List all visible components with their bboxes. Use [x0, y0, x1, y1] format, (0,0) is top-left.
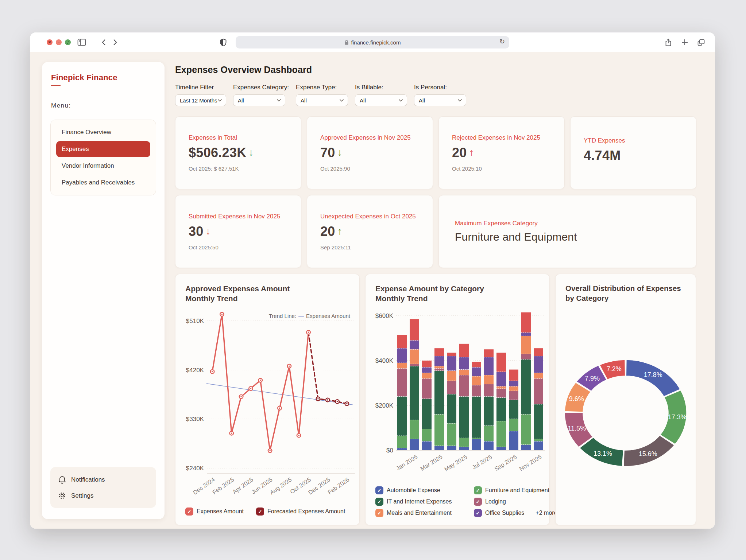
brand-logo: Finepick Finance	[42, 62, 165, 82]
bell-icon	[58, 475, 66, 484]
is-billable-group: Is Billable:All	[355, 84, 407, 106]
legend-item-expenses-amount: ✓Expenses Amount	[185, 508, 244, 516]
expenses-category-group: Expenses Category:All	[233, 84, 289, 106]
new-tab-button[interactable]	[680, 38, 690, 47]
filter-label: Expenses Category:	[233, 84, 289, 91]
chevron-down-icon	[457, 99, 462, 102]
tab-overview-button[interactable]	[696, 38, 706, 47]
select-value: All	[360, 97, 366, 104]
trend-down-arrow-icon: ↓	[249, 147, 254, 158]
bar-chart-legend: ✓Automobile Expense✓Furniture and Equipm…	[375, 486, 557, 517]
svg-text:Jan 2025: Jan 2025	[395, 454, 419, 471]
expense-type-select[interactable]: All	[296, 94, 348, 106]
chevron-right-icon	[113, 39, 117, 46]
chart-title: Approved Expenses Amount Monthly Trend	[185, 284, 306, 304]
line-chart-legend: ✓Expenses Amount✓Forecasted Expenses Amo…	[185, 508, 345, 516]
svg-text:$510K: $510K	[186, 318, 204, 324]
svg-text:$330K: $330K	[186, 416, 204, 423]
sidebar-item-notifications[interactable]: Notifications	[53, 471, 153, 488]
kpi-card-submitted-expenses-in-nov-2025: Submitted Expenses in Nov 202530↓Oct 202…	[175, 195, 301, 268]
is-personal-select[interactable]: All	[414, 94, 466, 106]
legend-label: Office Supplies	[485, 510, 524, 516]
legend-item-forecasted-expenses-amount: ✓Forecasted Expenses Amount	[256, 508, 345, 516]
svg-text:9.6%: 9.6%	[569, 395, 584, 402]
stacked-bar-chart: $600K$400K$200K$0Jan 2025Mar 2025May 202…	[366, 311, 550, 482]
chevron-down-icon	[398, 99, 403, 102]
sidebar-item-vendor-information[interactable]: Vendor Information	[56, 158, 150, 174]
legend-checkbox-icon[interactable]: ✓	[256, 508, 264, 516]
chevron-down-icon	[217, 99, 222, 102]
svg-text:Feb 2025: Feb 2025	[211, 476, 235, 495]
legend-item-lodging: ✓Lodging	[474, 498, 557, 506]
legend-checkbox-icon[interactable]: ✓	[185, 508, 193, 516]
sidebar-item-finance-overview[interactable]: Finance Overview	[56, 124, 150, 140]
kpi-title: Submitted Expenses in Nov 2025	[189, 213, 288, 220]
donut-chart-card: Overall Distribution of Expenses by Cate…	[555, 274, 696, 525]
filter-label: Is Personal:	[414, 84, 466, 91]
kpi-title: Unexpected Expenses in Oct 2025	[320, 213, 420, 220]
trend-up-arrow-icon: ↑	[469, 147, 474, 158]
expenses-category-select[interactable]: All	[233, 94, 285, 106]
chevron-left-icon	[102, 39, 106, 46]
share-icon	[665, 39, 672, 46]
back-button[interactable]	[98, 38, 109, 47]
legend-label: Lodging	[485, 498, 506, 505]
legend-item-office-supplies: ✓Office Supplies+2 more	[474, 509, 557, 517]
is-billable-select[interactable]: All	[355, 94, 407, 106]
svg-text:7.9%: 7.9%	[585, 375, 600, 382]
close-button[interactable]: ✕	[47, 39, 53, 45]
svg-text:Jul 2025: Jul 2025	[471, 454, 493, 471]
legend-checkbox-icon[interactable]: ✓	[474, 486, 482, 494]
kpi-value-row: 70↓	[320, 145, 420, 160]
svg-text:Feb 2026: Feb 2026	[326, 476, 350, 495]
select-value: All	[419, 97, 425, 104]
share-button[interactable]	[663, 38, 673, 47]
svg-text:$0: $0	[386, 447, 393, 454]
sidebar-item-expenses[interactable]: Expenses	[56, 141, 150, 157]
kpi-value: 20	[452, 145, 467, 160]
sidebar: Finepick Finance Menu: Finance OverviewE…	[42, 62, 165, 519]
shield-icon	[220, 39, 227, 46]
zoom-button[interactable]	[65, 39, 71, 45]
chart-title: Expense Amount by Category Monthly Trend	[375, 284, 496, 304]
legend-item-automobile-expense: ✓Automobile Expense	[375, 486, 467, 494]
kpi-title: Maximum Expenses Category	[455, 220, 680, 227]
app-content: Finepick Finance Menu: Finance OverviewE…	[30, 52, 715, 529]
kpi-subtext: Sep 2025:11	[320, 244, 420, 250]
sidebar-footer: Notifications Settings	[50, 467, 156, 508]
fullscreen-icon	[66, 41, 70, 44]
max-category-value: Furniture and Equipment	[455, 231, 680, 243]
svg-text:Dec 2025: Dec 2025	[307, 476, 331, 495]
refresh-icon[interactable]: ↻	[499, 38, 505, 46]
address-bar[interactable]: finance.finepick.com ↻	[236, 36, 509, 48]
legend-checkbox-icon[interactable]: ✓	[375, 509, 383, 517]
select-value: Last 12 Months	[180, 97, 217, 104]
brand-underline	[51, 85, 61, 86]
sidebar-item-settings[interactable]: Settings	[53, 488, 153, 503]
line-chart: $510K$420K$330K$240KDec 2024Feb 2025Apr …	[175, 311, 360, 493]
legend-checkbox-icon[interactable]: ✓	[474, 509, 482, 517]
trend-down-arrow-icon: ↓	[206, 226, 211, 237]
legend-label: Furniture and Equipment	[485, 487, 549, 494]
footer-item-label: Notifications	[71, 476, 105, 483]
forward-button[interactable]	[110, 38, 120, 47]
sidebar-item-payables-and-receivables[interactable]: Payables and Receivables	[56, 175, 150, 191]
legend-checkbox-icon[interactable]: ✓	[474, 498, 482, 506]
legend-checkbox-icon[interactable]: ✓	[375, 486, 383, 494]
line-chart-card: Approved Expenses Amount Monthly Trend T…	[175, 274, 360, 525]
select-value: All	[301, 97, 307, 104]
timeline-filter-select[interactable]: Last 12 Months	[175, 94, 226, 106]
minimize-button[interactable]: –	[56, 39, 62, 45]
kpi-value: $506.23K	[189, 145, 247, 160]
legend-checkbox-icon[interactable]: ✓	[375, 498, 383, 506]
privacy-shield-button[interactable]	[218, 38, 228, 47]
chevron-down-icon	[339, 99, 344, 102]
browser-window: ✕ –	[30, 32, 715, 529]
url-text: finance.finepick.com	[351, 39, 401, 46]
svg-text:7.2%: 7.2%	[607, 365, 622, 373]
filter-label: Is Billable:	[355, 84, 407, 91]
main-content: Expenses Overview Dashboard Timeline Fil…	[175, 62, 696, 525]
sidebar-toggle-button[interactable]	[77, 38, 87, 47]
kpi-value-row: 20↑	[320, 224, 420, 239]
legend-label: Automobile Expense	[387, 487, 440, 494]
